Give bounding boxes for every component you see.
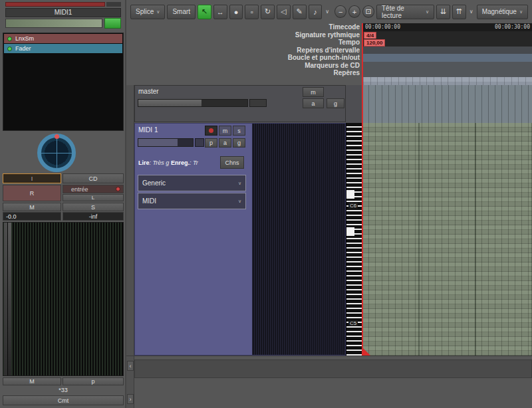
- note-edit-tool-button[interactable]: ♪: [309, 5, 323, 19]
- track-controls-gutter: [126, 85, 134, 356]
- mute-button[interactable]: M: [3, 203, 61, 211]
- midi-track-header[interactable]: MIDI 1 m s p a g Lire: Très g Enreg.: Tr…: [134, 123, 346, 356]
- master-track-name[interactable]: master: [138, 88, 159, 95]
- loop-punch-ruler[interactable]: [363, 54, 532, 62]
- midi-channels-button[interactable]: Chns: [220, 156, 244, 169]
- record-enable-button[interactable]: R: [3, 185, 61, 201]
- cd-button[interactable]: CD: [63, 173, 124, 183]
- processor-active-led[interactable]: [7, 47, 12, 51]
- master-header-side-strip: [346, 85, 362, 123]
- timecode-ruler-label[interactable]: Timecode: [126, 23, 363, 31]
- meter-ruler[interactable]: 4/4: [363, 31, 532, 39]
- cd-markers-ruler-row: Marqueurs de CD: [126, 62, 532, 70]
- tools-overflow-chevron-icon[interactable]: ∨: [324, 9, 331, 15]
- zoom-fit-button[interactable]: ⊡: [362, 5, 374, 18]
- snap-mode-select[interactable]: Magnétique ∨: [477, 5, 528, 19]
- peak-display[interactable]: -inf: [63, 212, 124, 221]
- range-markers-ruler[interactable]: [363, 47, 532, 54]
- midi-header-meter-pane: [252, 124, 345, 355]
- editor-toolbar: Splice ∨ Smart ↖ ↔ ● ▫ ↻ ◁ ✎ ♪ ∨ −: [126, 0, 532, 23]
- master-gain-fader[interactable]: [138, 99, 248, 107]
- draw-tool-button[interactable]: ✎: [293, 5, 307, 19]
- midi-playlist-button[interactable]: p: [205, 138, 217, 148]
- audition-tool-button[interactable]: ◁: [277, 5, 291, 19]
- tempo-marker[interactable]: 120,00: [364, 39, 385, 47]
- panner-position-dot[interactable]: [55, 134, 59, 139]
- master-automation-button[interactable]: a: [303, 98, 324, 108]
- zoom-fit-icon: ⊡: [365, 7, 371, 16]
- shrink-tracks-button[interactable]: ⇊: [436, 5, 450, 19]
- master-grid-canvas[interactable]: [362, 85, 532, 123]
- gain-display[interactable]: -0.0: [3, 212, 61, 221]
- cd-markers-ruler[interactable]: [363, 62, 532, 70]
- input-button[interactable]: I: [3, 173, 61, 183]
- midi-solo-button[interactable]: s: [233, 126, 245, 136]
- meter-ruler-label[interactable]: Signature rythmique: [126, 31, 363, 39]
- edit-mode-select[interactable]: Splice ∨: [130, 5, 165, 19]
- summary-navigator[interactable]: [134, 359, 532, 378]
- track-color-bar[interactable]: [5, 2, 105, 7]
- processor-label: Fader: [15, 45, 31, 52]
- processor-row[interactable]: LnxSm: [4, 34, 122, 43]
- smart-mode-button[interactable]: Smart: [167, 5, 196, 19]
- markers-ruler[interactable]: [363, 69, 532, 77]
- comments-button[interactable]: Cmt: [3, 395, 124, 405]
- panner-knob[interactable]: [37, 134, 76, 172]
- tempo-ruler-label[interactable]: Tempo: [126, 39, 363, 47]
- metering-mute-button[interactable]: M: [3, 377, 61, 385]
- midi-gain-fader[interactable]: [138, 138, 194, 147]
- midi-track-name[interactable]: MIDI 1: [138, 126, 158, 134]
- zoom-out-button[interactable]: −: [334, 5, 346, 18]
- midi-port-select[interactable]: MIDI ∨: [138, 193, 246, 209]
- grab-tool-button[interactable]: ↖: [198, 5, 211, 19]
- midi-record-enable-button[interactable]: [205, 126, 217, 136]
- piano-keyboard-strip[interactable]: C6 C5: [346, 123, 362, 356]
- snap-overflow-chevron-icon[interactable]: ∨: [468, 9, 475, 15]
- edit-mode-label: Splice: [136, 8, 154, 15]
- strip-active-button[interactable]: [104, 18, 121, 29]
- loop-punch-label[interactable]: Boucle et punch-in/out: [126, 54, 363, 62]
- stretch-tool-button[interactable]: ↻: [261, 5, 275, 19]
- input-source-button[interactable]: entrée: [63, 185, 124, 193]
- midi-grid-canvas[interactable]: [362, 123, 532, 356]
- cd-markers-label[interactable]: Marqueurs de CD: [126, 62, 363, 70]
- markers-label[interactable]: Repères: [126, 69, 363, 77]
- zoom-in-button[interactable]: +: [348, 5, 360, 18]
- midi-group-button[interactable]: g: [233, 138, 245, 148]
- strip-fader-track[interactable]: [4, 223, 7, 375]
- range-tool-button[interactable]: ↔: [213, 5, 227, 19]
- piano-white-key-patch[interactable]: [346, 190, 354, 199]
- metering-point-button[interactable]: p: [63, 377, 124, 385]
- playhead-line[interactable]: [362, 23, 363, 356]
- timecode-ruler[interactable]: 00:00:00:00 00:00:30:00: [363, 23, 532, 31]
- master-group-button[interactable]: g: [327, 98, 344, 108]
- scroll-right-button[interactable]: ›: [127, 394, 134, 404]
- zoom-focus-select[interactable]: Tête de lecture ∨: [376, 5, 434, 19]
- tempo-ruler[interactable]: 120,00: [363, 39, 532, 47]
- cut-tool-button[interactable]: ●: [229, 5, 243, 19]
- meter-marker[interactable]: 4/4: [364, 32, 376, 39]
- piano-white-key-patch[interactable]: [346, 227, 354, 236]
- range-markers-label[interactable]: Repères d'intervalle: [126, 47, 363, 54]
- scroll-left-button[interactable]: ‹: [127, 361, 134, 371]
- expand-tracks-button[interactable]: ⇈: [452, 5, 466, 19]
- master-mute-button[interactable]: m: [303, 87, 324, 97]
- master-track-header[interactable]: master m a g: [134, 85, 346, 122]
- solo-button[interactable]: S: [63, 203, 124, 211]
- processor-box[interactable]: LnxSm Fader: [3, 33, 124, 131]
- midi-mute-button[interactable]: m: [219, 126, 231, 136]
- strip-name-button[interactable]: MIDI1: [5, 8, 121, 17]
- master-gain-value-box: [249, 99, 267, 107]
- minsec-ruler[interactable]: [363, 77, 532, 86]
- zoom-out-icon: −: [338, 8, 342, 16]
- midi-automation-button[interactable]: a: [219, 138, 231, 148]
- combo-arrow-icon: ∨: [238, 199, 241, 204]
- object-tool-button[interactable]: ▫: [245, 5, 259, 19]
- processor-active-led[interactable]: [7, 37, 12, 41]
- strip-gain-gauge[interactable]: [5, 19, 102, 28]
- mono-button[interactable]: L: [63, 194, 124, 201]
- processor-row[interactable]: Fader: [4, 44, 122, 53]
- timecode-start: 00:00:00:00: [365, 24, 400, 30]
- midi-instrument-select[interactable]: Generic ∨: [138, 175, 246, 191]
- note-edit-tool-icon: ♪: [313, 8, 317, 16]
